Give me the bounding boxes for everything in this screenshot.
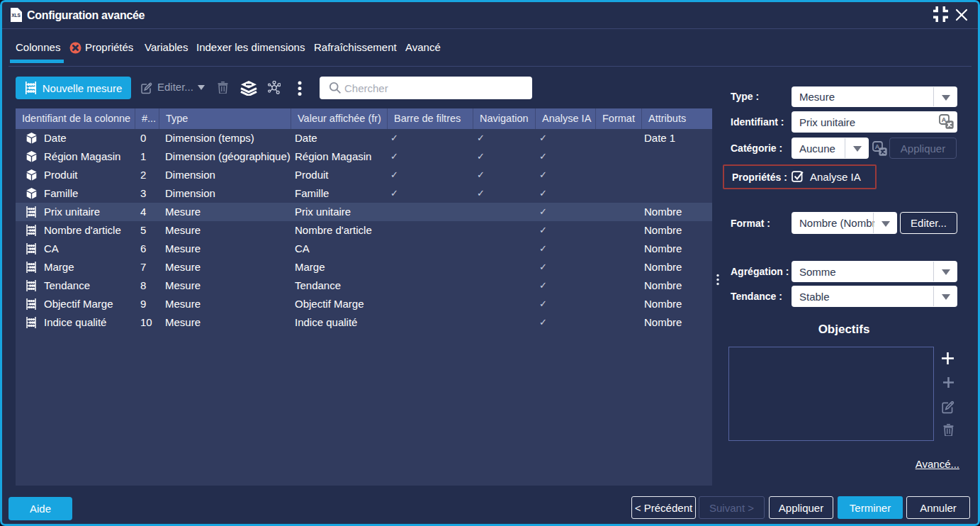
svg-text:XLS: XLS — [11, 13, 21, 18]
